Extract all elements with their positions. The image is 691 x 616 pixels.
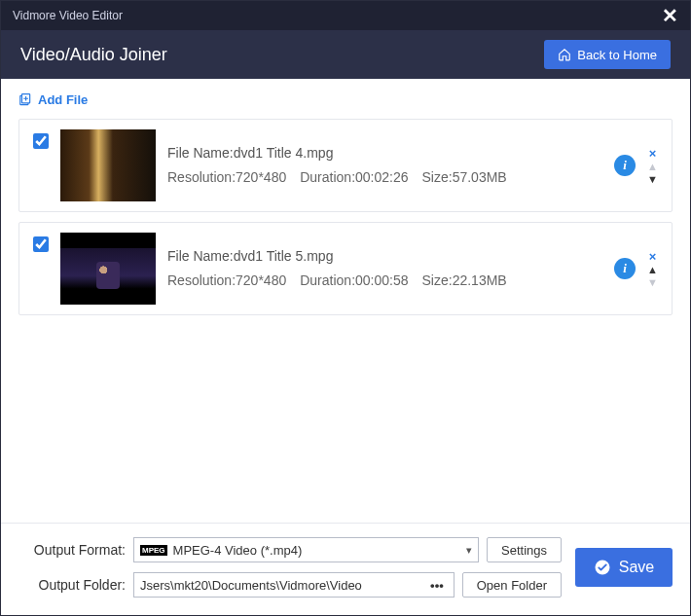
back-home-button[interactable]: Back to Home	[544, 40, 671, 69]
info-icon[interactable]: i	[614, 258, 636, 279]
remove-icon[interactable]: ×	[649, 250, 657, 263]
file-row: File Name:dvd1 Title 5.mpg Resolution:72…	[18, 222, 673, 315]
duration-label: Duration:	[300, 169, 355, 185]
add-file-icon	[18, 93, 32, 107]
back-home-label: Back to Home	[577, 48, 657, 62]
app-window: Vidmore Video Editor ✕ Video/Audio Joine…	[0, 0, 691, 616]
check-circle-icon	[594, 559, 611, 576]
output-format-select[interactable]: MPEG MPEG-4 Video (*.mp4) ▾	[133, 537, 479, 562]
add-file-label: Add File	[38, 92, 88, 107]
browse-icon[interactable]: •••	[426, 578, 448, 593]
resolution-value: 720*480	[236, 272, 286, 288]
add-file-button[interactable]: Add File	[18, 92, 88, 107]
filename-value: dvd1 Title 4.mpg	[234, 145, 334, 161]
home-icon	[558, 48, 571, 61]
filename-label: File Name:	[167, 145, 234, 161]
duration-label: Duration:	[300, 272, 355, 288]
filename-label: File Name:	[167, 248, 234, 264]
file-checkbox[interactable]	[33, 133, 49, 149]
file-thumbnail[interactable]	[60, 129, 156, 201]
size-value: 57.03MB	[453, 169, 507, 185]
close-icon[interactable]: ✕	[662, 6, 678, 25]
output-format-label: Output Format:	[18, 542, 126, 558]
move-down-icon[interactable]: ▼	[647, 174, 658, 185]
filename-value: dvd1 Title 5.mpg	[234, 248, 334, 264]
output-format-value: MPEG-4 Video (*.mp4)	[173, 543, 303, 558]
file-list-area: Add File File Name:dvd1 Title 4.mpg Reso…	[1, 79, 690, 523]
sub-header: Video/Audio Joiner Back to Home	[1, 30, 690, 79]
save-label: Save	[619, 559, 654, 576]
size-label: Size:	[422, 272, 453, 288]
row-controls: × ▲ ▼	[647, 250, 658, 288]
info-icon[interactable]: i	[614, 155, 636, 176]
resolution-label: Resolution:	[167, 169, 236, 185]
remove-icon[interactable]: ×	[649, 147, 657, 160]
page-title: Video/Audio Joiner	[20, 45, 167, 65]
mpeg-icon: MPEG	[140, 545, 167, 556]
move-up-icon[interactable]: ▲	[647, 265, 658, 275]
resolution-value: 720*480	[236, 169, 286, 185]
file-info: File Name:dvd1 Title 4.mpg Resolution:72…	[167, 141, 602, 190]
duration-value: 00:02:26	[355, 169, 409, 185]
duration-value: 00:00:58	[355, 272, 409, 288]
file-info: File Name:dvd1 Title 5.mpg Resolution:72…	[167, 244, 602, 293]
size-value: 22.13MB	[453, 272, 507, 288]
move-up-icon: ▲	[647, 162, 658, 172]
file-thumbnail[interactable]	[60, 233, 156, 305]
output-folder-value: Jsers\mkt20\Documents\Vidmore\Video	[140, 578, 426, 593]
save-button[interactable]: Save	[575, 548, 673, 587]
output-folder-field[interactable]: Jsers\mkt20\Documents\Vidmore\Video •••	[133, 572, 455, 598]
move-down-icon: ▼	[647, 277, 658, 288]
chevron-down-icon: ▾	[466, 544, 472, 557]
resolution-label: Resolution:	[167, 272, 236, 288]
output-folder-label: Output Folder:	[18, 577, 126, 593]
file-checkbox[interactable]	[33, 236, 49, 252]
row-controls: × ▲ ▼	[647, 147, 658, 185]
file-row: File Name:dvd1 Title 4.mpg Resolution:72…	[18, 119, 673, 212]
settings-button[interactable]: Settings	[487, 537, 562, 562]
app-title: Vidmore Video Editor	[13, 9, 123, 22]
size-label: Size:	[422, 169, 453, 185]
title-bar: Vidmore Video Editor ✕	[1, 1, 690, 30]
open-folder-button[interactable]: Open Folder	[462, 572, 562, 598]
footer: Output Format: MPEG MPEG-4 Video (*.mp4)…	[1, 523, 690, 615]
